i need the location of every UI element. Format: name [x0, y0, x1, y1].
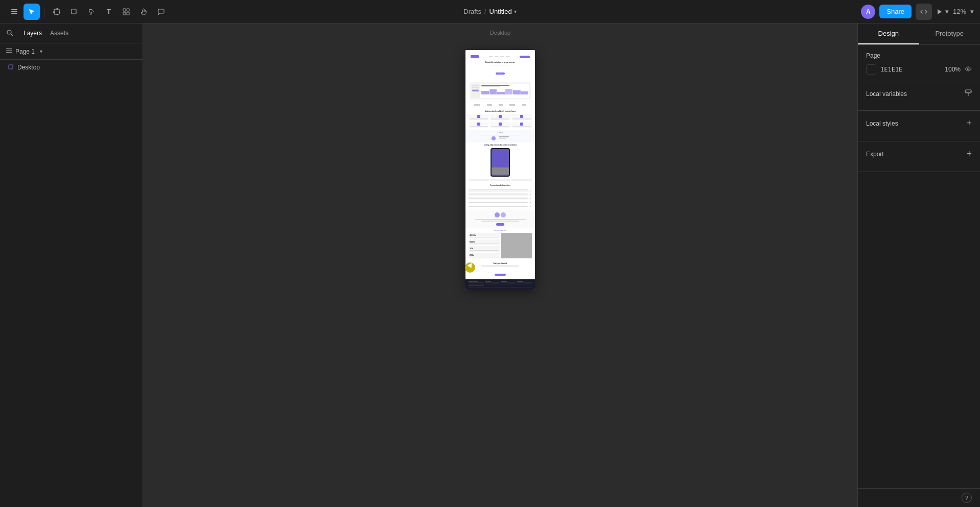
preview-faq-section: Frequently asked questions + + +	[465, 182, 535, 210]
local-styles-title: Local styles	[866, 120, 898, 127]
logo-2	[487, 104, 492, 106]
local-variables-icon[interactable]	[965, 89, 972, 98]
preview-features-grid	[469, 114, 532, 128]
preview-hero-subtitle: Lorem ipsum dolor sit amet consectetur	[469, 64, 532, 65]
comment-tool[interactable]	[153, 4, 169, 20]
svg-rect-13	[123, 9, 126, 11]
zoom-dropdown[interactable]: ▾	[970, 8, 974, 15]
frame-tool[interactable]	[49, 4, 65, 20]
preview-dash-sidebar	[471, 84, 480, 98]
layer-frame-icon	[8, 64, 13, 71]
local-variables-title: Local variables	[866, 90, 907, 98]
components-tool[interactable]	[118, 4, 134, 20]
breadcrumb-current[interactable]: Untitled ▾	[489, 8, 517, 15]
breadcrumb-parent[interactable]: Drafts	[463, 8, 481, 15]
svg-rect-22	[6, 52, 12, 53]
svg-rect-12	[72, 9, 76, 14]
text-tool[interactable]: T	[101, 4, 117, 20]
svg-rect-9	[53, 12, 55, 13]
faq-5: +	[469, 204, 532, 208]
svg-rect-4	[56, 8, 57, 10]
preview-advanced-section: Cutting-edge features for advanced analy…	[465, 142, 535, 182]
menu-button[interactable]	[6, 4, 22, 20]
pen-tool[interactable]	[83, 4, 100, 20]
faq-2: +	[469, 192, 532, 196]
play-controls[interactable]: ▾	[936, 8, 949, 15]
stat-3: 10k	[469, 246, 500, 252]
preview-testimonial-section: ✦ Statss "We've been using Untitled to k…	[465, 130, 535, 142]
svg-rect-0	[11, 9, 17, 10]
feature-6	[511, 122, 532, 128]
zoom-level[interactable]: 12%	[953, 8, 966, 15]
preview-faq-title: Frequently asked questions	[469, 184, 532, 186]
code-button[interactable]	[916, 4, 932, 20]
sidebar-left-header: Layers Assets	[0, 23, 143, 43]
share-button[interactable]: Share	[879, 5, 912, 18]
dropdown-icon: ▾	[514, 9, 517, 14]
tool-group-shapes: T	[49, 4, 169, 20]
svg-rect-21	[6, 50, 12, 51]
page-name[interactable]: Page 1	[15, 48, 35, 55]
preview-final-cta-section: Start your free trial Get started	[465, 260, 535, 279]
preview-final-btn: Get started	[495, 274, 506, 276]
svg-rect-7	[57, 14, 58, 15]
footer-col-3	[501, 281, 516, 286]
svg-rect-14	[127, 9, 129, 11]
preview-footer-section	[465, 279, 535, 290]
visibility-icon[interactable]	[965, 65, 972, 74]
preview-stats-section: Build something great 4,000+ 800%	[465, 228, 535, 260]
preview-logos-row	[468, 102, 533, 108]
local-styles-add-icon[interactable]: +	[966, 118, 972, 129]
right-sidebar-tabs: Design Prototype	[858, 23, 980, 45]
svg-rect-15	[123, 12, 126, 15]
preview-hero-btn: Get started	[496, 73, 505, 75]
export-title: Export	[866, 151, 884, 158]
shape-tool[interactable]	[66, 4, 82, 20]
select-tool[interactable]	[24, 4, 40, 20]
page-menu-icon	[6, 47, 12, 55]
bottom-right: ?	[858, 488, 980, 507]
page-color-value[interactable]: 1E1E1E	[880, 66, 902, 73]
page-section: Page 1E1E1E 100%	[858, 45, 980, 82]
export-add-icon[interactable]: +	[966, 149, 972, 159]
search-icon	[6, 29, 13, 38]
preview-footer-bottom	[469, 287, 532, 288]
logo-1	[474, 104, 480, 106]
preview-adv-grid	[469, 179, 532, 181]
toolbar-right: A Share ▾ 12% ▾	[861, 4, 974, 20]
page-section-title: Page	[866, 52, 880, 59]
design-frame[interactable]: Beautiful analytics to grow smarter Lore…	[465, 50, 535, 289]
page-color-swatch[interactable]	[866, 64, 876, 75]
faq-3: +	[469, 196, 532, 200]
preview-features-section: Analytics that feels like it's from the …	[465, 108, 535, 130]
toolbar: T Drafts	[0, 0, 980, 23]
preview-final-title: Start your free trial	[469, 262, 532, 264]
help-button[interactable]: ?	[962, 493, 972, 503]
page-dropdown[interactable]: ▾	[40, 49, 42, 54]
canvas[interactable]: Desktop Beautiful analyt	[143, 23, 857, 507]
design-tab[interactable]: Design	[858, 23, 919, 44]
svg-rect-25	[965, 90, 971, 93]
assets-tab[interactable]: Assets	[50, 28, 68, 39]
svg-rect-2	[11, 13, 17, 14]
hand-tool[interactable]	[135, 4, 152, 20]
preview-test-brand: ✦ Statss	[469, 132, 532, 134]
preview-testimonial2-section	[465, 210, 535, 228]
footer-col-4	[517, 281, 532, 286]
svg-line-19	[11, 34, 13, 36]
svg-rect-23	[9, 65, 13, 69]
svg-point-24	[967, 68, 969, 70]
tool-group-main	[6, 4, 40, 20]
page-color-opacity[interactable]: 100%	[945, 66, 961, 73]
feature-3	[511, 114, 532, 120]
layers-tab[interactable]: Layers	[24, 28, 42, 39]
layer-name: Desktop	[17, 64, 40, 71]
local-variables-header: Local variables	[866, 89, 972, 98]
feature-4	[469, 122, 489, 128]
svg-marker-17	[938, 9, 942, 14]
layer-item-desktop[interactable]: Desktop	[0, 62, 143, 73]
local-variables-section: Local variables	[858, 82, 980, 111]
prototype-tab[interactable]: Prototype	[919, 23, 981, 44]
preview-adv-title: Cutting-edge features for advanced analy…	[469, 144, 532, 146]
svg-rect-6	[56, 14, 57, 15]
